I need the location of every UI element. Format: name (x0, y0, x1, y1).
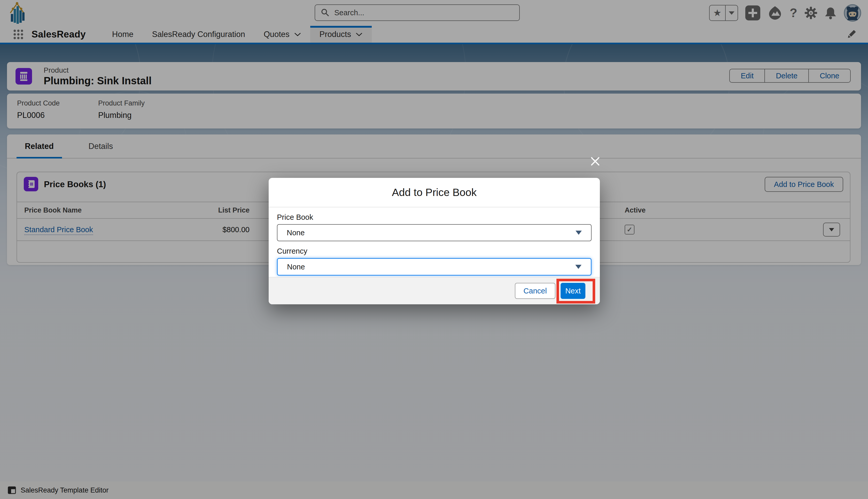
chevron-down-icon (575, 265, 581, 269)
cancel-button[interactable]: Cancel (515, 283, 555, 299)
modal-title: Add to Price Book (269, 178, 600, 207)
action-highlight-annotation (556, 279, 595, 304)
modal-footer: Cancel Next (269, 277, 600, 304)
currency-field-label: Currency (277, 247, 592, 255)
price-book-select[interactable]: None (277, 224, 592, 241)
modal-close-icon[interactable] (590, 156, 601, 168)
chevron-down-icon (576, 231, 582, 235)
currency-select-value: None (287, 263, 305, 271)
price-book-select-value: None (287, 229, 305, 237)
add-to-price-book-modal: Add to Price Book Price Book None Curren… (269, 178, 600, 304)
currency-select[interactable]: None (277, 258, 592, 276)
price-book-field-label: Price Book (277, 213, 592, 222)
modal-body: Price Book None Currency None (269, 213, 600, 276)
